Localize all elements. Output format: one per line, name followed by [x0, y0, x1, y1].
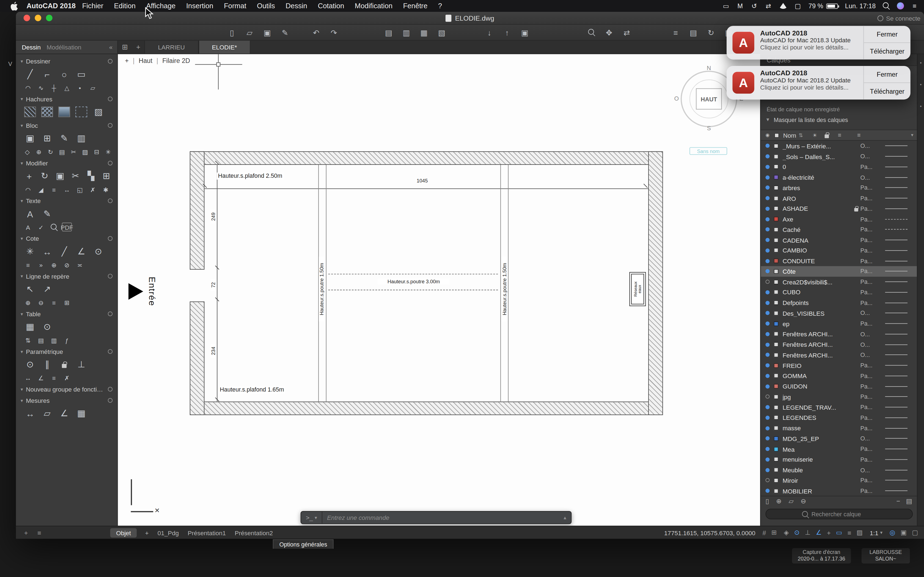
menu-edition[interactable]: Edition — [108, 2, 141, 10]
layer-row-mobilier[interactable]: MOBILIERPa... — [761, 485, 917, 495]
layer-visibility-toggle[interactable] — [766, 426, 770, 430]
sign-in-button[interactable]: Se connecte — [877, 15, 921, 22]
dock-icon-3[interactable]: ▪ — [920, 103, 922, 109]
find-text-icon[interactable] — [49, 222, 59, 231]
menu-item[interactable]: ? — [433, 2, 447, 10]
layer-row-conduite[interactable]: CONDUITEPa... — [761, 256, 917, 266]
single-line-text-icon[interactable]: A — [23, 222, 33, 231]
layer-color-swatch[interactable] — [774, 290, 779, 295]
document-tab-larrieu[interactable]: LARRIEU — [144, 41, 198, 53]
overlay-reference-icon[interactable]: ▨ — [81, 147, 89, 156]
insert-block-icon[interactable]: ▣ — [23, 132, 37, 145]
compass-west[interactable]: O — [673, 95, 680, 102]
layers-table-header[interactable]: ◉ Nom ⇅ ☀ ≡ ≡ ▾ — [761, 129, 917, 141]
save-as-icon[interactable]: ✎ — [280, 27, 290, 37]
print-icon[interactable]: ▥ — [401, 27, 411, 37]
chamfer-icon[interactable]: ◢ — [36, 185, 46, 194]
scroll-up-icon[interactable]: ▾ — [911, 132, 914, 138]
panel-view-icon[interactable]: ▤ — [906, 498, 912, 505]
layer-visibility-toggle[interactable] — [766, 144, 770, 148]
layer-row-mea[interactable]: MeaPa... — [761, 444, 917, 454]
visual-style-button[interactable]: Filaire 2D — [162, 57, 190, 64]
stretch-icon[interactable]: ↔ — [62, 185, 72, 194]
linear-parameter-icon[interactable]: ↔ — [23, 373, 33, 382]
siri-icon[interactable] — [897, 2, 904, 10]
center-mark-icon[interactable]: ⊕ — [49, 260, 59, 269]
construction-line-icon[interactable]: ┼ — [49, 83, 59, 92]
point-icon[interactable]: • — [75, 83, 85, 92]
edit-block-icon[interactable]: ✎ — [57, 132, 71, 145]
layer-visibility-toggle[interactable] — [766, 280, 770, 284]
menu-cotation[interactable]: Cotation — [312, 2, 349, 10]
command-input[interactable] — [322, 514, 564, 521]
explode-icon[interactable]: ✱ — [101, 185, 111, 194]
section-header-mesures[interactable]: ▾Mesures — [21, 396, 113, 405]
section-gear-icon[interactable] — [108, 161, 113, 165]
hatch-tool-icon[interactable]: ▨ — [91, 105, 105, 118]
lineweight-icon[interactable]: ≡ — [848, 529, 851, 536]
layer-visibility-toggle[interactable] — [766, 290, 770, 294]
layer-color-swatch[interactable] — [774, 227, 779, 232]
align-leaders-icon[interactable]: ≡ — [49, 298, 59, 307]
dimension-style-icon[interactable]: ✳ — [23, 245, 37, 258]
layer-row-mdg-25-ep[interactable]: MDG_25_EPO... — [761, 433, 917, 444]
dimension-space-icon[interactable]: ≍ — [75, 260, 85, 269]
properties-icon[interactable]: ▤ — [688, 27, 698, 37]
layer-row-sols-dalles-s[interactable]: _Sols – Dalles_S...O... — [761, 151, 917, 161]
layer-visibility-toggle[interactable] — [766, 384, 770, 388]
layer-visibility-toggle[interactable] — [766, 259, 770, 263]
download-update-button[interactable]: Télécharger — [864, 42, 910, 60]
layer-color-swatch[interactable] — [774, 144, 779, 148]
close-window-button[interactable] — [24, 15, 30, 21]
layer-row-cubo[interactable]: CUBOPa... — [761, 287, 917, 298]
hatch-diagonal-icon[interactable] — [23, 105, 37, 118]
layer-row-miroir[interactable]: MiroirPa... — [761, 475, 917, 485]
array-icon[interactable]: ⊞ — [100, 169, 113, 182]
layer-visibility-toggle[interactable] — [766, 227, 770, 232]
menu-dessin[interactable]: Dessin — [280, 2, 312, 10]
add-layout-button[interactable]: + — [145, 529, 149, 536]
layer-row-arbres[interactable]: arbresPa... — [761, 182, 917, 193]
new-group-icon[interactable]: ▱ — [789, 498, 794, 505]
layer-visibility-toggle[interactable] — [766, 416, 770, 420]
layer-visibility-toggle[interactable] — [766, 269, 770, 273]
drawing-viewport[interactable]: + | Haut | Filaire 2D N O E S HAUT Sans … — [118, 54, 760, 525]
layer-color-swatch[interactable] — [774, 332, 779, 336]
compass-north[interactable]: N — [705, 65, 712, 71]
print-preview-icon[interactable]: ▦ — [419, 27, 429, 37]
notification-card[interactable]: A AutoCAD 2018 AutoCAD for Mac 2018.2 Up… — [727, 66, 911, 100]
layer-color-swatch[interactable] — [774, 384, 779, 388]
layer-color-swatch[interactable] — [774, 373, 779, 378]
remove-leader-icon[interactable]: ⊖ — [36, 298, 46, 307]
clip-reference-icon[interactable]: ✂ — [69, 147, 78, 156]
rectangle-icon[interactable]: ▭ — [74, 68, 88, 81]
copy-icon[interactable]: ▣ — [54, 169, 66, 182]
section-header-nouveau-groupe-de-fonctions[interactable]: ▾Nouveau groupe de fonctions — [21, 385, 113, 393]
measure-volume-icon[interactable]: ▦ — [74, 407, 88, 420]
menu-fichier[interactable]: Fichier — [77, 2, 108, 10]
layer-visibility-toggle[interactable] — [766, 206, 770, 211]
add-leader-icon[interactable]: ⊕ — [23, 298, 33, 307]
section-header-table[interactable]: ▾Table — [21, 309, 113, 318]
block-table-icon[interactable]: ▤ — [58, 147, 66, 156]
layer-row-cache[interactable]: CachéPa... — [761, 224, 917, 235]
clock[interactable]: Lun. 17:18 — [845, 2, 876, 10]
close-notification-button[interactable]: Fermer — [864, 26, 910, 42]
section-header-hachures[interactable]: ▾Hachures — [21, 95, 113, 103]
zoom-window-button[interactable] — [46, 15, 53, 21]
compass-south[interactable]: S — [705, 125, 712, 131]
clean-screen-icon[interactable]: ▢ — [912, 529, 918, 536]
open-file-icon[interactable]: ▱ — [244, 27, 254, 37]
pan-icon[interactable]: ✥ — [604, 27, 614, 37]
layer-visibility-toggle[interactable] — [766, 468, 770, 472]
layer-color-swatch[interactable] — [774, 416, 779, 420]
save-icon[interactable]: ▣ — [262, 27, 272, 37]
layer-visibility-toggle[interactable] — [766, 395, 770, 399]
menu-outils[interactable]: Outils — [252, 2, 280, 10]
layer-row-crea2d-visibili[interactable]: Crea2D$visibili$...Pa... — [761, 277, 917, 287]
layer-row-ep[interactable]: epPa... — [761, 318, 917, 329]
section-gear-icon[interactable] — [108, 387, 113, 392]
line-icon[interactable]: ╱ — [23, 68, 37, 81]
scale-icon[interactable]: ◱ — [75, 185, 85, 194]
layout-tab-presentation2[interactable]: Présentation2 — [234, 529, 273, 536]
